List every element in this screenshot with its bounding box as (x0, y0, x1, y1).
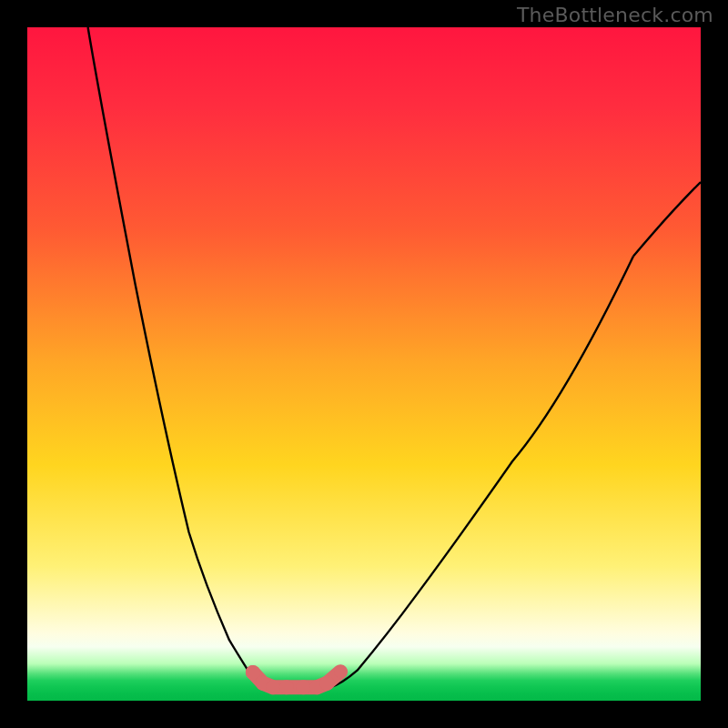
chart-stage: TheBottleneck.com (0, 0, 728, 728)
curve-left (88, 27, 277, 688)
curve-right (330, 257, 633, 688)
watermark-text: TheBottleneck.com (517, 4, 713, 26)
plot-area (27, 27, 701, 701)
marker-dot (266, 680, 280, 694)
curve-right-tail (633, 182, 701, 257)
marker-dot (246, 665, 260, 680)
marker-dot (296, 680, 310, 694)
marker-dot (279, 680, 294, 694)
plot-svg (27, 27, 701, 701)
marker-dot (319, 676, 334, 691)
marker-dot (334, 665, 347, 678)
